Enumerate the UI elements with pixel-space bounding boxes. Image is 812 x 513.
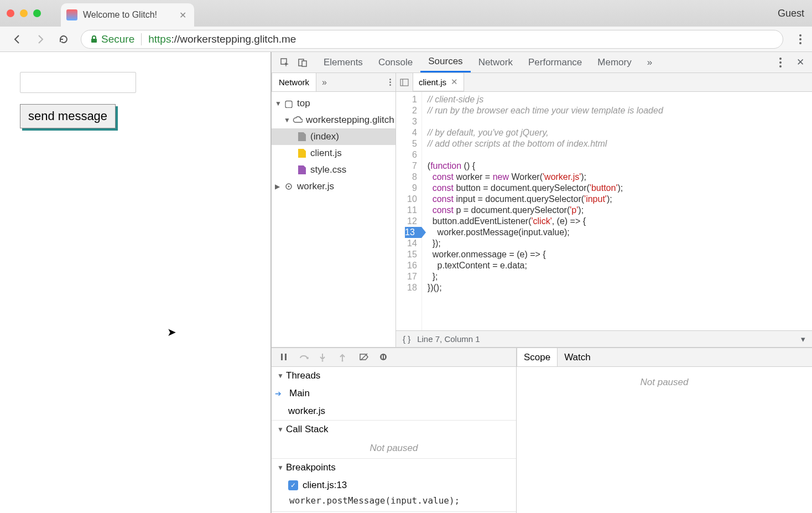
close-editor-tab-icon[interactable]: ✕ [451, 77, 458, 87]
tree-domain[interactable]: ▼workerstepping.glitch [272, 112, 395, 128]
close-tab-icon[interactable]: ✕ [179, 10, 186, 20]
tree-file-index[interactable]: (index) [272, 128, 395, 145]
tree-file-stylecss[interactable]: style.css [272, 162, 395, 178]
browser-titlebar: Welcome to Glitch! ✕ Guest [0, 0, 812, 27]
window-controls [0, 9, 48, 17]
toggle-drawer-icon[interactable]: ▾ [801, 334, 805, 344]
svg-point-16 [380, 354, 387, 360]
step-over-icon[interactable] [299, 353, 309, 362]
svg-rect-9 [285, 354, 287, 360]
source-editor: client.js ✕ 123456789101112131415161718 … [396, 73, 812, 347]
tab-watch[interactable]: Watch [558, 348, 597, 366]
svg-point-14 [342, 360, 343, 361]
window-icon: ▢ [284, 99, 294, 108]
svg-point-10 [306, 357, 309, 359]
navigator-overflow-icon[interactable]: » [316, 77, 332, 87]
address-bar-row: Secure https://workerstepping.glitch.me [0, 27, 812, 52]
pause-icon[interactable] [279, 353, 289, 362]
css-file-icon [298, 165, 306, 174]
deactivate-breakpoints-icon[interactable] [359, 353, 369, 362]
step-out-icon[interactable] [339, 353, 349, 362]
lock-icon [90, 35, 98, 43]
code-content[interactable]: // client-side js// run by the browser e… [422, 92, 669, 330]
device-toolbar-icon[interactable] [298, 58, 308, 68]
svg-rect-18 [384, 355, 385, 359]
url-host: ://workerstepping.glitch.me [171, 33, 296, 45]
profile-label[interactable]: Guest [778, 8, 804, 19]
file-icon [298, 132, 306, 141]
svg-rect-6 [400, 79, 408, 86]
breakpoints-header[interactable]: ▼Breakpoints [272, 459, 516, 476]
tab-title: Welcome to Glitch! [83, 10, 157, 20]
file-tree: ▼▢top ▼workerstepping.glitch (index) cli… [272, 92, 395, 198]
inspect-element-icon[interactable] [280, 58, 290, 68]
devtools-tabbar: Elements Console Sources Network Perform… [272, 52, 812, 73]
send-message-button[interactable]: send message [20, 104, 116, 128]
tab-memory[interactable]: Memory [590, 52, 639, 72]
js-file-icon [298, 149, 306, 158]
cursor-position: Line 7, Column 1 [417, 334, 480, 344]
tab-network[interactable]: Network [471, 52, 520, 72]
thread-main[interactable]: Main [272, 385, 516, 402]
gear-icon [284, 182, 294, 191]
tree-top[interactable]: ▼▢top [272, 95, 395, 112]
callstack-header[interactable]: ▼Call Stack [272, 421, 516, 438]
svg-rect-17 [382, 355, 383, 359]
tabs-overflow-icon[interactable]: » [639, 52, 660, 72]
navigator-menu-icon[interactable] [389, 79, 395, 86]
line-gutter[interactable]: 123456789101112131415161718 [396, 92, 422, 330]
rendered-page: send message [0, 52, 270, 513]
breakpoint-checkbox[interactable]: ✓ [288, 480, 298, 490]
tab-console[interactable]: Console [371, 52, 420, 72]
address-bar[interactable]: Secure https://workerstepping.glitch.me [81, 30, 783, 49]
devtools-panel: Elements Console Sources Network Perform… [270, 52, 812, 513]
callstack-status: Not paused [272, 438, 516, 458]
cloud-icon [293, 115, 303, 125]
close-window-button[interactable] [7, 9, 14, 17]
reload-button[interactable] [58, 33, 70, 45]
pretty-print-icon[interactable]: { } [403, 334, 410, 344]
navigator-tab-network[interactable]: Network [272, 73, 316, 91]
svg-rect-8 [281, 354, 283, 360]
message-input[interactable] [20, 72, 136, 93]
browser-menu-button[interactable] [794, 34, 806, 44]
tab-sources[interactable]: Sources [420, 52, 470, 72]
breakpoint-code: worker.postMessage(input.value); [272, 494, 516, 511]
tree-worker[interactable]: ▶worker.js [272, 178, 395, 195]
code-viewport[interactable]: 123456789101112131415161718 // client-si… [396, 92, 812, 330]
sources-navigator: Network » ▼▢top ▼workerstepping.glitch (… [272, 73, 396, 347]
thread-worker[interactable]: worker.js [272, 402, 516, 420]
maximize-window-button[interactable] [33, 9, 41, 17]
pause-on-exceptions-icon[interactable] [379, 353, 389, 362]
threads-header[interactable]: ▼Threads [272, 367, 516, 385]
breakpoint-entry[interactable]: ✓client.js:13 [272, 476, 516, 494]
svg-rect-0 [91, 39, 97, 43]
minimize-window-button[interactable] [20, 9, 28, 17]
tab-elements[interactable]: Elements [316, 52, 371, 72]
toggle-navigator-icon[interactable] [396, 78, 413, 87]
devtools-close-icon[interactable]: ✕ [797, 56, 804, 68]
svg-point-12 [322, 360, 324, 361]
back-button[interactable] [11, 33, 23, 45]
tree-file-clientjs[interactable]: client.js [272, 145, 395, 162]
url-protocol: https [148, 33, 171, 45]
devtools-menu-icon[interactable] [774, 58, 787, 68]
secure-label: Secure [101, 33, 134, 45]
debug-toolbar [272, 348, 516, 367]
tab-performance[interactable]: Performance [520, 52, 590, 72]
tab-scope[interactable]: Scope [517, 348, 558, 366]
scope-status: Not paused [517, 367, 812, 392]
svg-point-5 [288, 186, 290, 188]
secure-indicator: Secure [90, 33, 142, 45]
debugger-pane: ▼Threads Main worker.js ▼Call Stack Not … [272, 347, 812, 513]
favicon-icon [66, 9, 77, 20]
editor-tab-clientjs[interactable]: client.js ✕ [413, 73, 464, 91]
step-into-icon[interactable] [319, 353, 329, 362]
browser-tab[interactable]: Welcome to Glitch! ✕ [61, 3, 194, 27]
forward-button[interactable] [34, 33, 46, 45]
svg-rect-3 [302, 61, 306, 66]
